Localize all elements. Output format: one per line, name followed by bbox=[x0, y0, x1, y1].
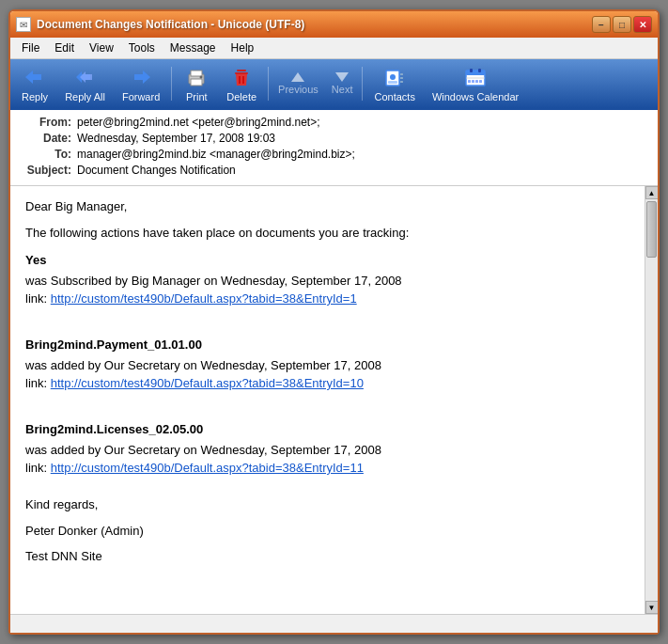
doc-desc-1: was added by Our Secretary on Wednesday,… bbox=[25, 356, 629, 375]
reply-all-button[interactable]: Reply All bbox=[57, 62, 113, 105]
doc-link-prefix-2: link: bbox=[25, 461, 51, 475]
delete-button[interactable]: Delete bbox=[219, 62, 264, 105]
svg-rect-16 bbox=[400, 77, 403, 79]
svg-rect-19 bbox=[466, 71, 485, 75]
scroll-track bbox=[645, 199, 658, 601]
status-bar bbox=[10, 614, 658, 633]
email-body: Dear Big Manager, The following actions … bbox=[10, 186, 645, 614]
main-window: ✉ Document Changes Notification - Unicod… bbox=[8, 9, 660, 635]
doc-desc-0: was Subscribed by Big Manager on Wednesd… bbox=[25, 272, 629, 291]
from-value: peter@bring2mind.net <peter@bring2mind.n… bbox=[77, 116, 648, 129]
print-icon bbox=[184, 65, 209, 89]
scroll-thumb[interactable] bbox=[646, 201, 657, 258]
next-icon bbox=[335, 72, 349, 82]
toolbar: Reply Reply All Forward bbox=[10, 59, 658, 110]
signature-site: Test DNN Site bbox=[25, 547, 629, 566]
menu-message[interactable]: Message bbox=[163, 39, 224, 56]
close-button[interactable]: ✕ bbox=[633, 16, 652, 33]
svg-marker-3 bbox=[134, 71, 150, 84]
window-icon: ✉ bbox=[16, 17, 31, 32]
svg-rect-8 bbox=[237, 70, 246, 71]
svg-rect-20 bbox=[470, 69, 473, 72]
subject-label: Subject: bbox=[20, 164, 71, 177]
calendar-icon bbox=[463, 65, 488, 89]
delete-icon bbox=[229, 65, 254, 89]
greeting: Dear Big Manager, bbox=[25, 197, 629, 216]
svg-rect-25 bbox=[475, 80, 478, 83]
contacts-label: Contacts bbox=[374, 91, 414, 102]
print-button[interactable]: Print bbox=[176, 62, 217, 105]
doc-title-1: Bring2mind.Payment_01.01.00 bbox=[25, 336, 629, 354]
windows-calendar-button[interactable]: Windows Calendar bbox=[425, 62, 526, 105]
reply-icon bbox=[23, 65, 47, 89]
doc-link-2[interactable]: http://custom/test490b/Default.aspx?tabi… bbox=[51, 461, 364, 475]
document-item-2: Bring2mind.Licenses_02.05.00 was added b… bbox=[25, 420, 629, 478]
from-label: From: bbox=[20, 116, 71, 129]
menu-bar: File Edit View Tools Message Help bbox=[10, 38, 658, 59]
doc-link-prefix-0: link: bbox=[25, 291, 51, 306]
email-headers: From: peter@bring2mind.net <peter@bring2… bbox=[10, 110, 658, 186]
doc-title-0: Yes bbox=[25, 251, 629, 270]
doc-link-1[interactable]: http://custom/test490b/Default.aspx?tabi… bbox=[51, 376, 364, 390]
print-label: Print bbox=[186, 91, 208, 102]
svg-rect-23 bbox=[468, 80, 471, 83]
svg-rect-21 bbox=[478, 69, 481, 72]
next-label: Next bbox=[332, 84, 353, 95]
forward-button[interactable]: Forward bbox=[115, 62, 167, 105]
delete-label: Delete bbox=[226, 91, 256, 102]
svg-marker-0 bbox=[25, 71, 41, 84]
doc-link-row-1: link: http://custom/test490b/Default.asp… bbox=[25, 374, 629, 393]
scroll-down-arrow[interactable]: ▼ bbox=[645, 601, 659, 614]
reply-label: Reply bbox=[22, 91, 48, 102]
contacts-button[interactable]: Contacts bbox=[366, 62, 422, 105]
previous-button[interactable]: Previous bbox=[272, 70, 324, 98]
contacts-icon bbox=[382, 65, 407, 89]
menu-edit[interactable]: Edit bbox=[47, 39, 82, 56]
svg-rect-24 bbox=[472, 80, 474, 83]
previous-icon bbox=[291, 72, 304, 82]
scrollbar[interactable]: ▲ ▼ bbox=[645, 186, 658, 614]
forward-label: Forward bbox=[122, 91, 160, 102]
svg-rect-9 bbox=[235, 72, 248, 74]
window-title: Document Changes Notification - Unicode … bbox=[37, 18, 304, 31]
next-button[interactable]: Next bbox=[326, 70, 359, 98]
forward-icon bbox=[129, 65, 153, 89]
svg-rect-15 bbox=[400, 73, 403, 75]
svg-rect-14 bbox=[388, 81, 397, 84]
doc-title-2: Bring2mind.Licenses_02.05.00 bbox=[25, 420, 629, 439]
windows-calendar-label: Windows Calendar bbox=[432, 91, 519, 102]
to-label: To: bbox=[20, 148, 71, 161]
minimize-button[interactable]: − bbox=[592, 16, 611, 33]
maximize-button[interactable]: □ bbox=[613, 16, 631, 33]
doc-link-row-0: link: http://custom/test490b/Default.asp… bbox=[25, 290, 629, 308]
doc-desc-2: was added by Our Secretary on Wednesday,… bbox=[25, 441, 629, 460]
intro: The following actions have taken place o… bbox=[25, 224, 629, 243]
menu-view[interactable]: View bbox=[82, 39, 121, 56]
document-item-0: Yes was Subscribed by Big Manager on Wed… bbox=[25, 251, 629, 308]
menu-help[interactable]: Help bbox=[224, 39, 262, 56]
date-label: Date: bbox=[20, 132, 71, 145]
svg-point-7 bbox=[200, 76, 203, 79]
date-value: Wednesday, September 17, 2008 19:03 bbox=[77, 132, 648, 145]
reply-all-label: Reply All bbox=[65, 91, 105, 102]
reply-all-icon bbox=[73, 65, 98, 89]
signature-name: Peter Donker (Admin) bbox=[25, 522, 629, 541]
menu-file[interactable]: File bbox=[14, 39, 47, 56]
svg-rect-26 bbox=[479, 80, 482, 83]
svg-rect-17 bbox=[400, 81, 403, 83]
doc-link-prefix-1: link: bbox=[25, 376, 51, 390]
title-bar: ✉ Document Changes Notification - Unicod… bbox=[10, 11, 658, 38]
email-body-container: Dear Big Manager, The following actions … bbox=[10, 186, 658, 614]
doc-link-row-2: link: http://custom/test490b/Default.asp… bbox=[25, 459, 629, 478]
previous-label: Previous bbox=[278, 84, 318, 95]
menu-tools[interactable]: Tools bbox=[121, 39, 163, 56]
to-value: manager@bring2mind.biz <manager@bring2mi… bbox=[77, 148, 648, 161]
document-item-1: Bring2mind.Payment_01.01.00 was added by… bbox=[25, 336, 629, 393]
doc-link-0[interactable]: http://custom/test490b/Default.aspx?tabi… bbox=[51, 291, 357, 306]
svg-rect-5 bbox=[191, 71, 202, 76]
subject-value: Document Changes Notification bbox=[77, 164, 648, 177]
svg-point-13 bbox=[390, 74, 396, 80]
scroll-up-arrow[interactable]: ▲ bbox=[645, 186, 659, 199]
closing: Kind regards, bbox=[25, 495, 629, 514]
reply-button[interactable]: Reply bbox=[14, 62, 55, 105]
